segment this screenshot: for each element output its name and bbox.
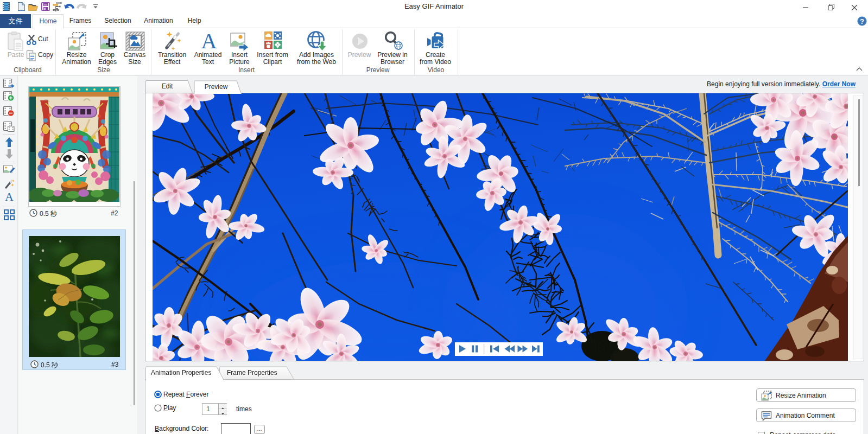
svg-text:?: ? [860,17,864,25]
